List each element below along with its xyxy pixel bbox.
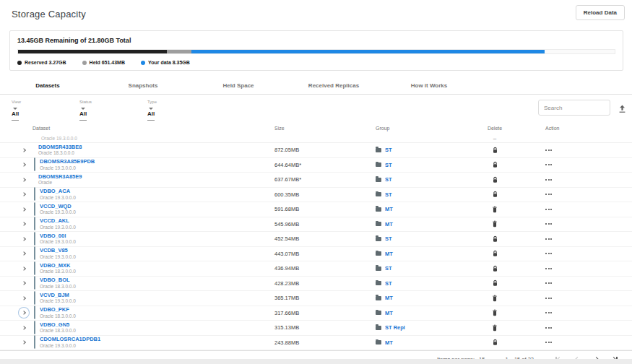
more-actions-icon[interactable] — [545, 253, 555, 254]
group-link[interactable]: MT — [385, 251, 393, 257]
folder-icon — [376, 207, 381, 212]
group-link[interactable]: MT — [385, 221, 393, 228]
trash-icon[interactable] — [492, 220, 498, 228]
vdb-icon — [34, 217, 35, 230]
expand-chevron[interactable] — [19, 204, 29, 214]
expand-chevron[interactable] — [19, 145, 29, 155]
table-row: VDBO_00I Oracle 19.3.0.0.0 452.54MB ST — [0, 232, 632, 247]
group-link[interactable]: ST — [385, 162, 392, 168]
vdb-icon — [34, 335, 35, 349]
dataset-name-link[interactable]: VCDB_V85 — [40, 248, 76, 254]
lock-icon — [492, 280, 498, 287]
group-link[interactable]: MT — [385, 295, 393, 301]
size-value: 365.17MB — [260, 295, 347, 301]
expand-chevron[interactable] — [19, 189, 29, 199]
dataset-cell: VDBO_BOL Oracle 18.3.0.0.0 — [0, 277, 260, 290]
more-actions-icon[interactable] — [545, 312, 555, 313]
dataset-type-icon — [34, 277, 35, 290]
tab-received-replicas[interactable]: Received Replicas — [286, 82, 381, 89]
folder-icon — [376, 162, 381, 167]
group-link[interactable]: MT — [385, 339, 393, 346]
filter-select-type[interactable]: TypeAll — [147, 100, 204, 118]
dataset-name-link[interactable]: VDBO_ACA — [40, 188, 76, 195]
group-cell: ST — [347, 235, 473, 242]
dataset-name-link[interactable]: VCVD_BJM — [40, 292, 76, 299]
trash-icon[interactable] — [492, 295, 498, 302]
group-link[interactable]: ST — [385, 280, 392, 287]
dataset-cell: VDBO_PKF Oracle 18.3.0.0.0 — [0, 306, 260, 319]
expand-chevron[interactable] — [19, 248, 29, 259]
folder-icon — [376, 222, 381, 226]
more-actions-icon[interactable] — [545, 282, 555, 284]
tab-snapshots[interactable]: Snapshots — [95, 82, 191, 89]
expand-chevron[interactable] — [19, 293, 29, 303]
dataset-cell: VDBO_ACA Oracle 19.3.0.0.0 — [0, 188, 260, 201]
group-link[interactable]: ST — [385, 265, 392, 272]
more-actions-icon[interactable] — [545, 150, 555, 151]
dataset-name-link[interactable]: VDBO_GN5 — [40, 322, 76, 329]
dataset-name-link[interactable]: VCCD_WQD — [40, 204, 76, 210]
more-actions-icon[interactable] — [545, 327, 555, 329]
export-icon[interactable] — [618, 105, 626, 113]
dataset-name-link[interactable]: CDOMLOSRCA1DPDB1 — [40, 337, 100, 343]
size-value: 637.67MB* — [260, 176, 347, 183]
more-actions-icon[interactable] — [545, 238, 555, 240]
more-actions-icon[interactable] — [545, 194, 555, 195]
delete-cell — [473, 161, 516, 168]
dataset-name-link[interactable]: VDBO_PKF — [40, 307, 76, 313]
delete-cell — [473, 295, 516, 302]
expand-chevron[interactable] — [19, 337, 29, 347]
group-link[interactable]: MT — [385, 310, 393, 316]
delete-cell — [473, 206, 516, 213]
group-cell: MT — [347, 310, 473, 316]
tab-held-space[interactable]: Held Space — [191, 82, 286, 89]
group-link[interactable]: ST — [385, 235, 392, 242]
dataset-name-link[interactable]: VDBO_00I — [40, 233, 76, 240]
clipped-table-row: Oracle 19.3.0.0.0 – — [0, 134, 632, 143]
group-link[interactable]: ST — [385, 191, 392, 198]
filter-select-status[interactable]: StatusAll — [79, 100, 136, 118]
vdb-icon — [34, 261, 35, 275]
dataset-name-link[interactable]: VCCD_AKL — [40, 218, 76, 225]
dataset-name-link[interactable]: DBOMSR433BE8 — [38, 144, 82, 151]
more-actions-icon[interactable] — [545, 179, 555, 181]
more-actions-icon[interactable] — [545, 209, 555, 210]
search-input[interactable] — [538, 100, 610, 116]
more-actions-icon[interactable] — [545, 164, 555, 165]
chevron-right-icon — [22, 178, 26, 182]
group-cell: MT — [347, 339, 473, 346]
group-link[interactable]: ST Repl — [385, 324, 405, 331]
group-link[interactable]: ST — [385, 176, 392, 183]
chevron-down-icon — [81, 108, 85, 110]
more-actions-icon[interactable] — [545, 298, 555, 299]
expand-chevron[interactable] — [19, 219, 29, 229]
expand-chevron[interactable] — [19, 308, 29, 318]
delete-cell — [473, 280, 516, 287]
delete-cell — [473, 147, 516, 154]
expand-chevron[interactable] — [19, 234, 29, 244]
reload-data-button[interactable]: Reload Data — [576, 5, 625, 20]
dataset-name-link[interactable]: VDBO_MXK — [40, 263, 76, 269]
expand-chevron[interactable] — [19, 278, 29, 288]
group-cell: MT — [347, 251, 473, 257]
group-link[interactable]: ST — [385, 147, 392, 153]
expand-chevron[interactable] — [19, 175, 29, 185]
group-link[interactable]: MT — [385, 206, 393, 212]
dataset-subtitle: Oracle 19.3.0.0.0 — [40, 298, 76, 303]
tab-datasets[interactable]: Datasets — [0, 82, 95, 89]
trash-icon[interactable] — [492, 324, 498, 332]
more-actions-icon[interactable] — [545, 342, 555, 343]
expand-chevron[interactable] — [19, 323, 29, 333]
filter-select-view[interactable]: ViewAll — [12, 100, 68, 118]
more-actions-icon[interactable] — [545, 268, 555, 269]
dataset-name-link[interactable]: DBOMSR3A85E9 — [38, 174, 82, 181]
trash-icon[interactable] — [492, 309, 498, 316]
trash-icon[interactable] — [492, 206, 498, 213]
expand-chevron[interactable] — [19, 264, 29, 274]
legend-dot-icon — [17, 61, 22, 65]
more-actions-icon[interactable] — [545, 223, 555, 225]
dataset-name-link[interactable]: VDBO_BOL — [40, 277, 76, 284]
dataset-name-link[interactable]: DBOMSR3A85E9PDB — [40, 159, 95, 165]
expand-chevron[interactable] — [19, 160, 29, 170]
tab-how-it-works[interactable]: How it Works — [381, 82, 477, 89]
